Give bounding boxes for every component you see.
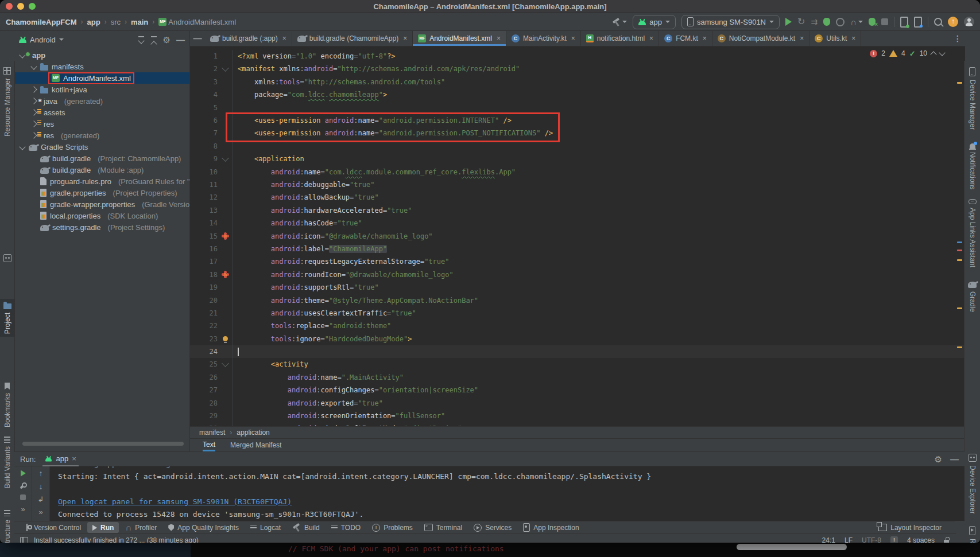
tab-options-icon[interactable]: ⋮ xyxy=(950,31,965,46)
stop-icon[interactable] xyxy=(20,494,26,500)
tab-mainactivity-kt[interactable]: CMainActivity.kt× xyxy=(506,31,581,46)
code-editor[interactable]: 2 4 ✓ 10 1<?xml version="1.0" encoding="… xyxy=(190,46,965,426)
code-line-3[interactable]: 3 xmlns:tools="http://schemas.android.co… xyxy=(190,76,965,88)
code-line-30[interactable]: 30 android:windowSoftInputMode="adjustRe… xyxy=(190,422,965,426)
line-ending-widget[interactable]: LF xyxy=(845,536,853,543)
tool-window-button-layout-inspector[interactable]: Layout Inspector xyxy=(871,522,947,533)
tab-build-gradle-app-[interactable]: build.gradle (:app)× xyxy=(205,31,292,46)
code-line-20[interactable]: 20 android:theme="@style/Theme.AppCompat… xyxy=(190,294,965,306)
tree-item-settings-gradle[interactable]: settings.gradle(Project Settings) xyxy=(14,221,189,233)
tool-window-button-build[interactable]: Build xyxy=(287,522,325,533)
code-line-8[interactable]: 8 xyxy=(190,140,965,153)
close-icon[interactable]: × xyxy=(497,34,501,42)
code-line-4[interactable]: 4 package="com.ldcc.chamomileapp"> xyxy=(190,88,965,101)
hide-panel-icon[interactable]: — xyxy=(176,36,185,44)
tool-window-button-app-inspection[interactable]: App Inspection xyxy=(518,522,584,533)
tab-notification-html[interactable]: notification.html× xyxy=(581,31,659,46)
device-select[interactable]: samsung SM-S901N xyxy=(681,15,780,29)
rerun-icon[interactable] xyxy=(21,470,26,476)
project-view-selector[interactable]: Android xyxy=(30,36,56,44)
close-icon[interactable]: × xyxy=(649,34,653,42)
breadcrumb-item[interactable]: src xyxy=(111,18,121,26)
tab-androidmanifest-xml[interactable]: AndroidManifest.xml× xyxy=(413,31,506,46)
profile-app-button[interactable] xyxy=(836,18,845,26)
run-config-select[interactable]: app xyxy=(633,15,676,29)
tool-stripe-build-variants[interactable]: Build Variants xyxy=(0,434,14,491)
code-line-13[interactable]: 13 android:hardwareAccelerated="true" xyxy=(190,204,965,217)
tool-stripe-resource-manager[interactable]: Resource Manager xyxy=(0,64,14,139)
fold-marker-icon[interactable] xyxy=(222,64,229,72)
search-everywhere-button[interactable] xyxy=(934,18,942,26)
tree-item-local-properties[interactable]: local.properties(SDK Location) xyxy=(14,210,189,221)
code-line-24[interactable]: 24 xyxy=(190,345,965,358)
chevron-right-icon[interactable] xyxy=(29,99,38,103)
tab-fcm-kt[interactable]: CFCM.kt× xyxy=(659,31,712,46)
rerun-button[interactable]: ↻ xyxy=(797,17,805,26)
breadcrumb-item[interactable]: app xyxy=(87,18,100,26)
tab-noticompatmodule-kt[interactable]: CNotiCompatModule.kt× xyxy=(712,31,809,46)
running-devices-button[interactable] xyxy=(914,17,922,28)
tree-item-build-gradle[interactable]: build.gradle(Module :app) xyxy=(14,164,189,176)
tree-item-res[interactable]: res xyxy=(14,118,189,130)
inspection-widget[interactable]: 2 4 ✓ 10 xyxy=(870,49,944,58)
code-line-6[interactable]: 6 <uses-permission android:name="android… xyxy=(190,114,965,127)
device-manager-button[interactable] xyxy=(900,17,908,28)
tool-stripe-bookmarks[interactable]: Bookmarks xyxy=(0,380,14,430)
tree-item-app[interactable]: app xyxy=(14,49,189,61)
tree-item-res[interactable]: res(generated) xyxy=(14,130,189,141)
code-line-5[interactable]: 5 xyxy=(190,101,965,114)
tree-item-assets[interactable]: assets xyxy=(14,107,189,118)
close-icon[interactable]: × xyxy=(851,34,855,42)
more-actions-icon[interactable]: » xyxy=(21,505,25,513)
code-line-29[interactable]: 29 android:screenOrientation="fullSensor… xyxy=(190,410,965,422)
run-console[interactable]: Launching app on 'samsung SM-S901N'.Star… xyxy=(50,466,964,521)
tool-window-button-problems[interactable]: Problems xyxy=(367,522,418,533)
indent-widget[interactable]: 4 spaces xyxy=(907,536,935,543)
tool-stripe-running-devices[interactable]: Running Devices xyxy=(964,523,980,543)
fold-marker-icon[interactable] xyxy=(222,154,229,162)
code-line-19[interactable]: 19 android:supportsRtl="true" xyxy=(190,281,965,294)
code-line-2[interactable]: 2<manifest xmlns:android="http://schemas… xyxy=(190,63,965,75)
next-problem-icon[interactable] xyxy=(939,50,945,56)
breadcrumb-item[interactable]: ChamomileAppFCM xyxy=(6,18,77,26)
zoom-window-button[interactable] xyxy=(29,3,36,10)
drawable-preview-icon[interactable] xyxy=(222,233,228,240)
tree-item-java[interactable]: java(generated) xyxy=(14,95,189,107)
xml-breadcrumb-item[interactable]: manifest xyxy=(199,429,225,437)
gear-icon[interactable]: ⚙ xyxy=(163,36,171,44)
restart-debug-button[interactable] xyxy=(869,18,876,26)
code-line-28[interactable]: 28 android:exported="true" xyxy=(190,396,965,409)
tree-item-gradle-wrapper-properties[interactable]: gradle-wrapper.properties(Gradle Version… xyxy=(14,198,189,210)
tool-window-button-app-quality-insights[interactable]: App Quality Insights xyxy=(163,522,244,533)
window-layout-icon[interactable] xyxy=(20,537,28,543)
close-icon[interactable]: × xyxy=(571,34,575,42)
tool-stripe-structure[interactable]: Structure xyxy=(0,507,14,543)
tool-window-button-terminal[interactable]: Terminal xyxy=(419,522,467,533)
tool-stripe-device-manager[interactable]: Device Manager xyxy=(964,64,980,133)
run-settings-gear-icon[interactable]: ⚙ xyxy=(935,455,942,463)
code-line-11[interactable]: 11 android:debuggable="true" xyxy=(190,178,965,191)
breadcrumb-item[interactable]: main xyxy=(131,18,148,26)
tree-item-gradle-properties[interactable]: gradle.properties(Project Properties) xyxy=(14,187,189,198)
code-line-7[interactable]: 7 <uses-permission android:name="android… xyxy=(190,127,965,139)
tab-build-gradle-chamomileapp-[interactable]: build.gradle (ChamomileApp)× xyxy=(292,31,413,46)
tool-stripe-gradle[interactable]: Gradle xyxy=(964,278,980,315)
hide-run-panel-icon[interactable]: — xyxy=(950,455,959,463)
close-icon[interactable]: × xyxy=(282,34,286,42)
tool-stripe-notifications[interactable]: Notifications xyxy=(964,139,980,192)
code-line-14[interactable]: 14 android:hasCode="true" xyxy=(190,217,965,229)
code-line-9[interactable]: 9 <application xyxy=(190,153,965,165)
code-line-23[interactable]: 23 tools:ignore="HardcodedDebugMode"> xyxy=(190,332,965,345)
run-tab-app[interactable]: app × xyxy=(42,451,78,466)
run-button[interactable] xyxy=(785,18,792,26)
tool-window-button-profiler[interactable]: ∩Profiler xyxy=(120,522,162,533)
view-tab-merged-manifest[interactable]: Merged Manifest xyxy=(230,439,281,451)
previous-problem-icon[interactable] xyxy=(930,52,936,58)
collapse-all-icon[interactable] xyxy=(150,36,157,43)
chevron-down-icon[interactable] xyxy=(29,64,38,69)
close-icon[interactable]: × xyxy=(403,34,407,42)
close-icon[interactable]: × xyxy=(800,34,804,42)
encoding-widget[interactable]: UTF-8 xyxy=(862,536,881,543)
profiler-button[interactable]: ∩ xyxy=(850,18,863,26)
chevron-down-icon[interactable] xyxy=(59,38,64,41)
